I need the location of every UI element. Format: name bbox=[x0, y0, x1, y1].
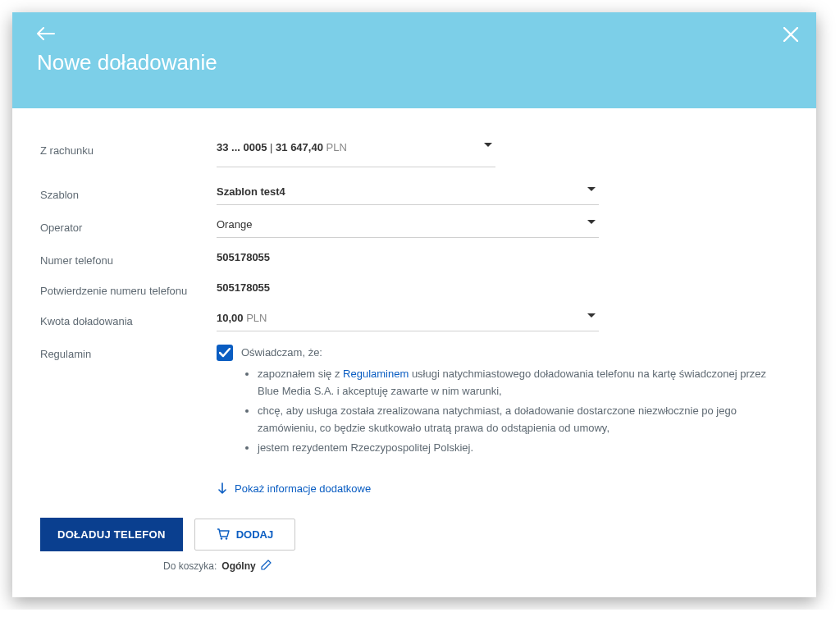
account-select[interactable]: 33 ... 0005 | 31 647,40 PLN bbox=[217, 141, 495, 167]
back-arrow-icon[interactable] bbox=[37, 27, 55, 43]
chevron-down-icon bbox=[587, 313, 596, 318]
list-item: jestem rezydentem Rzeczypospolitej Polsk… bbox=[258, 439, 788, 456]
action-bar: DOŁADUJ TELEFON DODAJ bbox=[40, 518, 788, 551]
phone-confirm-label: Potwierdzenie numeru telefonu bbox=[40, 281, 217, 297]
close-icon[interactable] bbox=[783, 27, 798, 45]
amount-select[interactable]: 10,00 PLN bbox=[217, 312, 599, 331]
edit-basket-icon[interactable] bbox=[261, 560, 272, 573]
operator-label: Operator bbox=[40, 218, 217, 234]
modal-header: Nowe doładowanie bbox=[12, 12, 816, 108]
phone-input[interactable]: 505178055 bbox=[217, 251, 599, 268]
amount-currency: PLN bbox=[244, 312, 267, 324]
template-label: Szablon bbox=[40, 185, 217, 201]
chevron-down-icon bbox=[587, 220, 596, 224]
svg-point-1 bbox=[225, 538, 226, 540]
account-label: Z rachunku bbox=[40, 141, 217, 157]
amount-value: 10,00 bbox=[217, 312, 244, 324]
cart-icon bbox=[217, 528, 230, 540]
operator-select[interactable]: Orange bbox=[217, 218, 599, 238]
modal-title: Nowe doładowanie bbox=[37, 50, 792, 75]
phone-label: Numer telefonu bbox=[40, 251, 217, 267]
regulation-link[interactable]: Regulaminem bbox=[343, 368, 409, 380]
amount-label: Kwota doładowania bbox=[40, 312, 217, 327]
basket-name: Ogólny bbox=[221, 560, 255, 572]
regulation-list: zapoznałem się z Regulaminem usługi naty… bbox=[241, 365, 788, 456]
show-more-label: Pokaż informacje dodatkowe bbox=[235, 482, 371, 495]
template-select[interactable]: Szablon test4 bbox=[217, 185, 599, 205]
topup-modal: Nowe doładowanie Z rachunku 33 ... 0005 … bbox=[12, 12, 816, 597]
account-currency: PLN bbox=[323, 141, 347, 153]
account-balance: 31 647,40 bbox=[276, 141, 323, 153]
template-value: Szablon test4 bbox=[217, 185, 285, 198]
regulation-checkbox[interactable] bbox=[217, 345, 233, 361]
account-number: 33 ... 0005 bbox=[217, 141, 267, 153]
basket-line: Do koszyka: Ogólny bbox=[163, 560, 788, 573]
operator-value: Orange bbox=[217, 218, 252, 231]
arrow-down-icon bbox=[217, 482, 228, 494]
regulation-label: Regulamin bbox=[40, 345, 217, 360]
add-button-label: DODAJ bbox=[236, 528, 274, 541]
chevron-down-icon bbox=[587, 187, 596, 191]
chevron-down-icon bbox=[484, 143, 492, 147]
topup-phone-button[interactable]: DOŁADUJ TELEFON bbox=[40, 518, 183, 551]
regulation-intro: Oświadczam, że: bbox=[241, 345, 788, 362]
add-to-basket-button[interactable]: DODAJ bbox=[194, 519, 296, 551]
show-more-toggle[interactable]: Pokaż informacje dodatkowe bbox=[217, 482, 788, 495]
phone-confirm-input[interactable]: 505178055 bbox=[217, 281, 599, 299]
list-item: chcę, aby usługa została zrealizowana na… bbox=[258, 402, 788, 437]
modal-body: Z rachunku 33 ... 0005 | 31 647,40 PLN S… bbox=[12, 108, 816, 597]
basket-prefix: Do koszyka: bbox=[163, 560, 217, 572]
list-item: zapoznałem się z Regulaminem usługi naty… bbox=[258, 365, 788, 400]
svg-point-0 bbox=[220, 538, 221, 540]
